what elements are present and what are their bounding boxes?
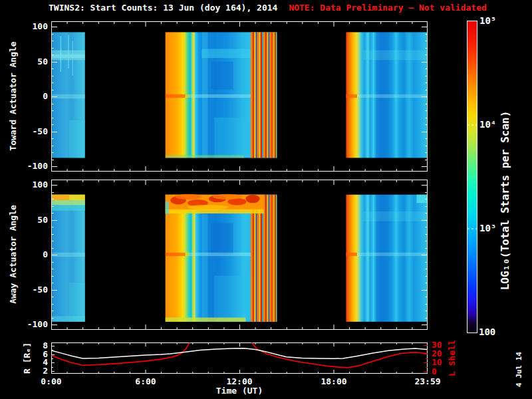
colorbar-tick-1e5: 10⁵ [479, 15, 496, 26]
axis-panel3 [51, 342, 428, 374]
ytick-away-50: 50 [0, 215, 48, 225]
xtick-18:00: 18:00 [314, 376, 354, 386]
ytick-away-100: 100 [0, 180, 48, 190]
ytick-toward--50: -50 [0, 126, 48, 136]
title-note: NOTE: Data Preliminary – Not validated [289, 3, 486, 13]
ytick-away--50: -50 [0, 285, 48, 295]
colorbar-label: LOG₁₀(Total Starts per Scan) [499, 101, 511, 301]
spectrogram-toward [52, 32, 427, 158]
spectrogram-away [52, 194, 427, 322]
ytick-toward-50: 50 [0, 57, 48, 66]
r-line [51, 348, 428, 359]
xtick-12:00: 12:00 [219, 376, 259, 386]
ytick-toward--100: -100 [0, 161, 48, 171]
title-main: TWINS2: Start Counts: 13 Jun (doy 164), … [49, 3, 277, 13]
ytick-away-0: 0 [0, 249, 48, 259]
ytick-toward-0: 0 [0, 91, 48, 101]
colorbar-tick-1e3: 10³ [479, 223, 496, 233]
xtick-6:00: 6:00 [126, 376, 166, 386]
plot-title: TWINS2: Start Counts: 13 Jun (doy 164), … [49, 3, 487, 13]
colorbar-tick-1e4: 10⁴ [479, 119, 496, 130]
xtick-0:00: 0:00 [31, 376, 71, 386]
date-stamp: 4 Jul 14 [515, 343, 523, 396]
ytick-lshell-10: 10 [432, 357, 458, 367]
ytick-toward-100: 100 [0, 21, 48, 31]
ytick-away--100: -100 [0, 319, 48, 329]
ytick-r-2: 2 [0, 366, 48, 376]
ytick-lshell-0: 0 [432, 366, 458, 376]
plot-canvas: TWINS2: Start Counts: 13 Jun (doy 164), … [0, 0, 532, 399]
xtick-23:59: 23:59 [408, 376, 448, 386]
colorbar-tick-100: 100 [479, 327, 495, 337]
colorbar [467, 21, 477, 333]
x-axis-label-time: Time (UT) [173, 386, 306, 396]
